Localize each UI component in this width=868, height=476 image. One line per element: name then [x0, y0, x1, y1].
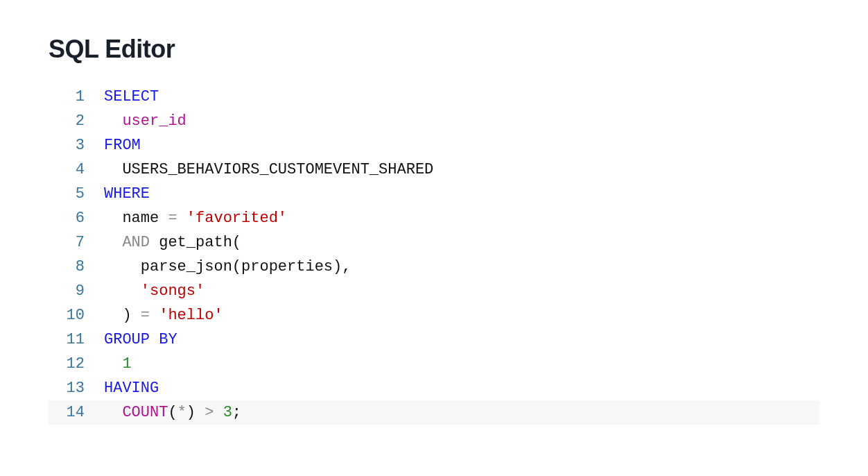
- code-line[interactable]: 14 COUNT(*) > 3;: [49, 400, 819, 425]
- code-content[interactable]: user_id: [104, 109, 819, 133]
- code-content[interactable]: HAVING: [104, 376, 819, 400]
- code-content[interactable]: GROUP BY: [104, 328, 819, 352]
- line-number: 12: [49, 352, 104, 376]
- code-line[interactable]: 2 user_id: [49, 109, 819, 133]
- line-number: 11: [49, 328, 104, 352]
- line-number: 1: [49, 85, 104, 109]
- sql-editor[interactable]: 1SELECT2 user_id3FROM4 USERS_BEHAVIORS_C…: [49, 85, 819, 425]
- code-line[interactable]: 9 'songs': [49, 279, 819, 303]
- code-line[interactable]: 10 ) = 'hello': [49, 303, 819, 328]
- code-line[interactable]: 13HAVING: [49, 376, 819, 400]
- line-number: 14: [49, 400, 104, 425]
- code-content[interactable]: COUNT(*) > 3;: [104, 400, 819, 425]
- code-line[interactable]: 8 parse_json(properties),: [49, 255, 819, 279]
- code-content[interactable]: parse_json(properties),: [104, 255, 819, 279]
- code-content[interactable]: SELECT: [104, 85, 819, 109]
- code-line[interactable]: 12 1: [49, 352, 819, 376]
- code-line[interactable]: 6 name = 'favorited': [49, 206, 819, 230]
- line-number: 10: [49, 303, 104, 328]
- line-number: 4: [49, 158, 104, 182]
- code-content[interactable]: 1: [104, 352, 819, 376]
- code-line[interactable]: 4 USERS_BEHAVIORS_CUSTOMEVENT_SHARED: [49, 158, 819, 182]
- code-line[interactable]: 11GROUP BY: [49, 328, 819, 352]
- code-content[interactable]: WHERE: [104, 182, 819, 206]
- line-number: 2: [49, 109, 104, 133]
- code-content[interactable]: USERS_BEHAVIORS_CUSTOMEVENT_SHARED: [104, 158, 819, 182]
- line-number: 5: [49, 182, 104, 206]
- code-content[interactable]: name = 'favorited': [104, 206, 819, 230]
- code-content[interactable]: 'songs': [104, 279, 819, 303]
- code-line[interactable]: 5WHERE: [49, 182, 819, 206]
- line-number: 3: [49, 133, 104, 158]
- page-title: SQL Editor: [49, 35, 819, 64]
- line-number: 7: [49, 230, 104, 255]
- code-line[interactable]: 7 AND get_path(: [49, 230, 819, 255]
- line-number: 6: [49, 206, 104, 230]
- code-line[interactable]: 3FROM: [49, 133, 819, 158]
- code-content[interactable]: ) = 'hello': [104, 303, 819, 328]
- code-content[interactable]: FROM: [104, 133, 819, 158]
- line-number: 9: [49, 279, 104, 303]
- code-line[interactable]: 1SELECT: [49, 85, 819, 109]
- code-content[interactable]: AND get_path(: [104, 230, 819, 255]
- line-number: 8: [49, 255, 104, 279]
- line-number: 13: [49, 376, 104, 400]
